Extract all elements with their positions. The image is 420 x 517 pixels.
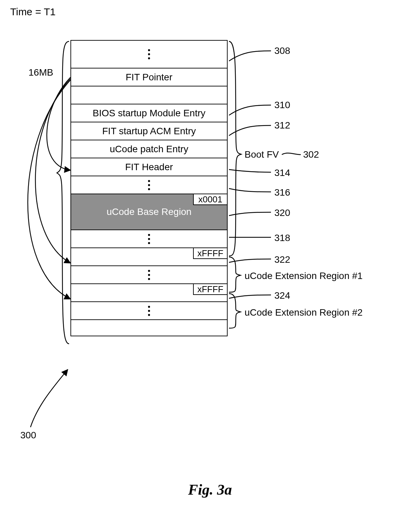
- row-ellipsis-2: [71, 176, 227, 194]
- row-blank-1: [71, 86, 227, 104]
- brace-ext2: [229, 294, 240, 328]
- ellipsis-icon: [148, 306, 150, 316]
- tag-ext1: xFFFF: [193, 248, 227, 259]
- diagram-page: Time = T1 FIT Pointer BIOS startup Modul…: [0, 0, 420, 517]
- lead-300: [30, 370, 68, 427]
- label-ext2: uCode Extension Region #2: [245, 307, 363, 318]
- row-ellipsis-top: [71, 41, 227, 68]
- arrow-3: [28, 80, 70, 299]
- memory-map: FIT Pointer BIOS startup Module Entry FI…: [70, 40, 228, 336]
- row-bios-startup: BIOS startup Module Entry: [71, 104, 227, 122]
- row-ellipsis-5: [71, 301, 227, 319]
- lead-308: [229, 51, 271, 61]
- row-ellipsis-4: [71, 265, 227, 283]
- row-fit-pointer: FIT Pointer: [71, 68, 227, 86]
- lead-312: [229, 125, 271, 136]
- brace-left: [57, 41, 69, 344]
- ellipsis-icon: [148, 234, 150, 244]
- ref-314: 314: [274, 167, 290, 178]
- ref-300: 300: [20, 430, 36, 441]
- ref-312: 312: [274, 120, 290, 131]
- arrow-1: [47, 77, 70, 170]
- arrow-2: [36, 79, 71, 263]
- row-ellipsis-3: [71, 230, 227, 247]
- lead-314: [229, 170, 271, 172]
- lead-322: [229, 259, 271, 262]
- ref-320: 320: [274, 207, 290, 218]
- label-ext1: uCode Extension Region #1: [245, 271, 363, 281]
- ellipsis-icon: [148, 180, 150, 190]
- lead-320: [229, 212, 271, 216]
- ellipsis-icon: [148, 270, 150, 280]
- row-label: uCode Base Region: [107, 206, 192, 217]
- lead-316: [229, 188, 271, 192]
- row-fit-acm: FIT startup ACM Entry: [71, 122, 227, 140]
- tag-base: x0001: [193, 194, 227, 205]
- label-16mb: 16MB: [28, 67, 53, 78]
- lead-310: [229, 105, 271, 115]
- row-bottom: [71, 319, 227, 336]
- ref-322: 322: [274, 254, 290, 265]
- ref-316: 316: [274, 187, 290, 198]
- ref-324: 324: [274, 290, 290, 301]
- ellipsis-icon: [148, 49, 150, 59]
- time-label: Time = T1: [10, 6, 56, 18]
- row-ext1: xFFFF: [71, 247, 227, 265]
- conn-302: [282, 153, 301, 155]
- tag-ext2: xFFFF: [193, 284, 227, 295]
- brace-ext1: [229, 257, 240, 292]
- row-ext2: xFFFF: [71, 283, 227, 301]
- row-fit-header: FIT Header: [71, 158, 227, 176]
- ref-318: 318: [274, 233, 290, 243]
- lead-324: [229, 295, 271, 298]
- row-ucode-base-region: uCode Base Region x0001: [71, 194, 227, 230]
- ref-310: 310: [274, 100, 290, 111]
- label-bootfv: Boot FV: [245, 149, 279, 160]
- ref-308: 308: [274, 45, 290, 56]
- brace-bootfv: [229, 41, 241, 256]
- row-ucode-patch: uCode patch Entry: [71, 140, 227, 158]
- ref-302: 302: [303, 149, 319, 160]
- figure-caption: Fig. 3a: [0, 481, 420, 498]
